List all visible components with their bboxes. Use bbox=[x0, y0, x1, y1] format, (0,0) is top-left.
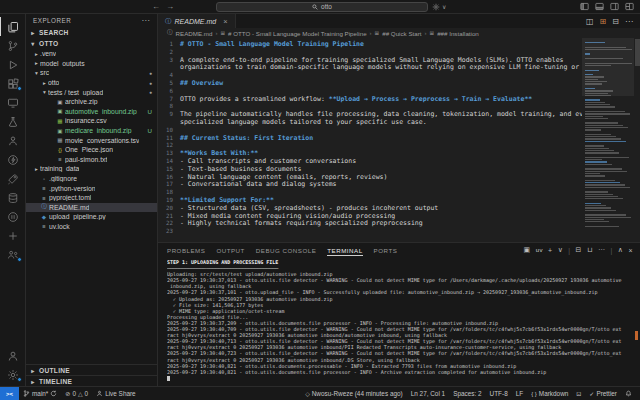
editor-row[interactable]: specialized language models tailored to … bbox=[158, 119, 582, 127]
breadcrumb-h2[interactable]: ## Quick Start bbox=[382, 30, 421, 37]
tree-item-python-version[interactable]: ≡.python-version bbox=[26, 183, 157, 193]
nav-forward-icon[interactable]: → bbox=[166, 2, 174, 11]
commit-info[interactable]: ◇ Nwosu-Rweze (44 minutes ago) bbox=[301, 390, 407, 397]
remote-explorer-icon[interactable] bbox=[0, 93, 26, 112]
terminal-dropdown-icon[interactable]: ∨ bbox=[558, 246, 564, 254]
terminal-output[interactable]: STEP 1: UPLOADING AND PROCESSING FILE───… bbox=[158, 257, 640, 386]
tree-item-model-outputs[interactable]: ▸model_outputs bbox=[26, 59, 157, 69]
tree-item-archive-zip[interactable]: ▣archive.zip bbox=[26, 97, 157, 107]
line-number: 4 bbox=[158, 72, 173, 80]
tree-item-uv-lock[interactable]: ≡uv.lock bbox=[26, 222, 157, 232]
editor-row[interactable]: 11## Current Status: First Iteration bbox=[158, 135, 582, 143]
panel-layout-icon[interactable]: ⊟ bbox=[612, 17, 619, 26]
editor-row[interactable]: organizations to train domain-specific l… bbox=[158, 64, 582, 72]
live-share-icon[interactable] bbox=[0, 131, 26, 150]
breadcrumb-h1[interactable]: # OTTO - Small Language Model Training P… bbox=[228, 30, 367, 37]
editor-row[interactable]: 17- Conversational data and dialog syste… bbox=[158, 181, 582, 189]
editor-scrollbar[interactable] bbox=[634, 38, 640, 242]
sidebar-section-search[interactable]: ▸ SEARCH bbox=[26, 27, 157, 38]
tree-item-upload-pipeline-py[interactable]: ◆upload_pipeline.py bbox=[26, 212, 157, 222]
editor-row[interactable]: 7OTTO provides a streamlined workflow: *… bbox=[158, 96, 582, 104]
new-terminal-icon[interactable]: + bbox=[548, 247, 553, 254]
tree-item-tests-test-upload[interactable]: ▾tests / test_upload● bbox=[26, 87, 157, 97]
customize-layout-icon[interactable] bbox=[625, 2, 634, 11]
editor-row[interactable]: 23 bbox=[158, 228, 582, 236]
tab-readme[interactable]: ⓘ README.md × bbox=[158, 14, 236, 28]
toggle-panel-icon[interactable] bbox=[595, 2, 604, 11]
maximize-panel-icon[interactable]: ∧ bbox=[618, 246, 624, 254]
split-terminal-icon[interactable]: ⊟ bbox=[576, 246, 582, 254]
tree-item-automotive-inbound-zip[interactable]: ▣automotive_inbound.zipU bbox=[26, 107, 157, 117]
tree-item-readme-md[interactable]: ⓘREADME.md bbox=[26, 203, 157, 213]
notifications-bell[interactable] bbox=[621, 390, 636, 397]
split-editor-icon[interactable]: ◫ bbox=[586, 17, 594, 26]
live-share-status[interactable]: Live Share bbox=[92, 390, 140, 397]
cursor-position[interactable]: Ln 27, Col 1 bbox=[407, 390, 449, 397]
collaborators-icon[interactable] bbox=[0, 245, 26, 264]
kill-terminal-icon[interactable]: ⊔ bbox=[587, 246, 593, 254]
extensions-icon[interactable] bbox=[0, 74, 26, 93]
editor-row[interactable]: 1# OTTO - Small Language Model Training … bbox=[158, 41, 582, 49]
panel-more-actions-icon[interactable]: ⋯ bbox=[598, 246, 606, 254]
gear-icon[interactable] bbox=[432, 3, 440, 11]
breadcrumb-file[interactable]: README.md bbox=[176, 30, 213, 37]
tree-item-insurance-csv[interactable]: ▦insurance.csv bbox=[26, 116, 157, 126]
panel-tab-debug-console[interactable]: DEBUG CONSOLE bbox=[256, 245, 316, 255]
tree-item-medicare-inbound-zip[interactable]: ▣medicare_inbound.zipU bbox=[26, 126, 157, 136]
panel-tab-output[interactable]: OUTPUT bbox=[216, 245, 244, 255]
encoding-status[interactable]: UTF-8 bbox=[486, 390, 512, 397]
editor-row[interactable]: 5## Overview bbox=[158, 80, 582, 88]
tree-item-movie-conversations-tsv[interactable]: ▦movie_conversations.tsv bbox=[26, 135, 157, 145]
command-center-search[interactable]: otto bbox=[216, 2, 428, 12]
minimap[interactable] bbox=[582, 38, 634, 242]
tree-item-paul-simon-txt[interactable]: ≡paul-simon.txt bbox=[26, 155, 157, 165]
tree-item-otto[interactable]: ▸otto● bbox=[26, 78, 157, 88]
tree-item-gitignore[interactable]: ◦.gitignore bbox=[26, 174, 157, 184]
rocket-icon[interactable] bbox=[0, 169, 26, 188]
toggle-sidebar-icon[interactable] bbox=[580, 2, 589, 11]
run-debug-icon[interactable] bbox=[0, 55, 26, 74]
formatter-status[interactable]: ✓ Prettier bbox=[585, 390, 621, 397]
breadcrumb-h3[interactable]: ### Installation bbox=[437, 30, 479, 37]
sidebar-section-timeline[interactable]: ▸ TIMELINE bbox=[26, 375, 157, 386]
tree-item-pyproject-toml[interactable]: ≡pyproject.toml bbox=[26, 193, 157, 203]
editor-content[interactable]: 1# OTTO - Small Language Model Training … bbox=[158, 38, 582, 242]
close-panel-icon[interactable]: × bbox=[628, 247, 633, 254]
panel-tab-ports[interactable]: PORTS bbox=[374, 245, 398, 255]
panel-tab-problems[interactable]: PROBLEMS bbox=[167, 245, 205, 255]
more-actions-icon[interactable]: ⋯ bbox=[142, 16, 151, 25]
scrollbar-slider[interactable] bbox=[635, 39, 640, 66]
problems-status[interactable]: ⊘ 0 △ 0 bbox=[61, 390, 92, 397]
source-control-icon[interactable] bbox=[0, 36, 26, 55]
toggle-secondary-sidebar-icon[interactable] bbox=[610, 2, 619, 11]
close-tab-icon[interactable]: × bbox=[223, 17, 227, 26]
tree-item-training-data[interactable]: ▸training_data bbox=[26, 164, 157, 174]
sidebar-section-outline[interactable]: ▸ OUTLINE bbox=[26, 364, 157, 375]
editor-row[interactable]: 22- Highly technical formats requiring s… bbox=[158, 220, 582, 228]
markdown-preview-icon[interactable]: ⊞ bbox=[600, 17, 607, 26]
panel-tab-terminal[interactable]: TERMINAL bbox=[327, 245, 362, 256]
accounts-icon[interactable] bbox=[0, 346, 26, 365]
testing-icon[interactable] bbox=[0, 112, 26, 131]
branch-status[interactable]: main* bbox=[19, 390, 61, 397]
explorer-icon[interactable] bbox=[0, 17, 26, 36]
chevron-down-icon[interactable]: ∨ bbox=[442, 3, 446, 10]
tree-item-one-piece-json[interactable]: {}One_Piece.json bbox=[26, 145, 157, 155]
settings-gear-icon[interactable] bbox=[0, 365, 26, 384]
line-number bbox=[158, 119, 173, 127]
tree-item-src[interactable]: ▾src● bbox=[26, 68, 157, 78]
lightning-icon[interactable] bbox=[0, 150, 26, 169]
tree-item-venv[interactable]: ▸.venv bbox=[26, 49, 157, 59]
sync-icon[interactable] bbox=[50, 390, 57, 397]
language-mode[interactable]: { } Markdown bbox=[527, 390, 572, 397]
remote-indicator[interactable]: >< bbox=[0, 387, 19, 400]
copilot-status[interactable]: ⊡ bbox=[572, 390, 585, 397]
database-icon[interactable] bbox=[0, 188, 26, 207]
add-view-icon[interactable] bbox=[0, 226, 26, 245]
indentation-status[interactable]: Spaces: 2 bbox=[449, 390, 485, 397]
sidebar-section-project[interactable]: ▾ OTTO bbox=[26, 38, 157, 49]
editor-more-actions-icon[interactable]: ⋯ bbox=[625, 17, 633, 26]
nav-back-icon[interactable]: ← bbox=[152, 2, 160, 11]
eol-status[interactable]: LF bbox=[512, 390, 527, 397]
pause-circle-icon[interactable] bbox=[0, 207, 26, 226]
